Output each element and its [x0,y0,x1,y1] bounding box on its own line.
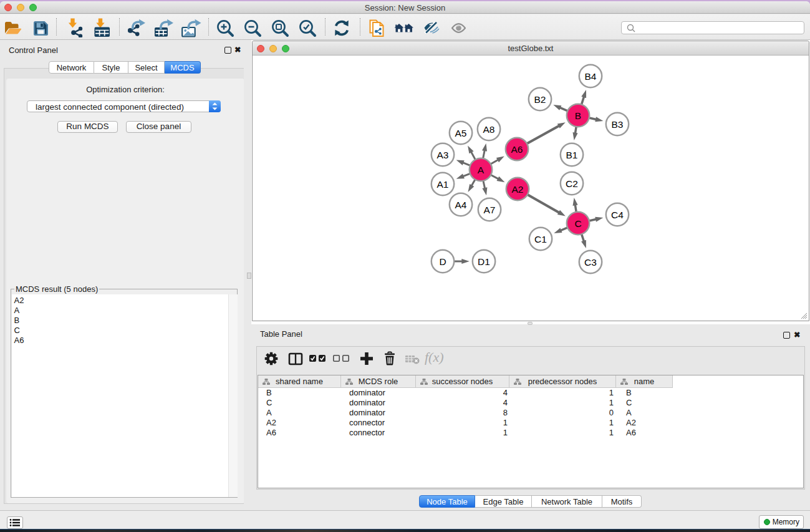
svg-text:D1: D1 [478,256,490,267]
svg-text:A1: A1 [437,179,449,190]
svg-text:A6: A6 [511,144,523,155]
svg-text:f(x): f(x) [425,351,444,365]
svg-text:D: D [439,256,446,267]
svg-text:A3: A3 [437,150,449,160]
svg-text:C3: C3 [584,257,597,268]
svg-text:C2: C2 [566,178,578,189]
svg-text:A8: A8 [483,124,495,135]
svg-text:B2: B2 [534,94,546,105]
svg-text:B1: B1 [566,150,578,160]
svg-text:A4: A4 [455,200,467,210]
svg-text:B: B [575,110,581,121]
svg-text:B3: B3 [612,119,624,130]
svg-text:B4: B4 [585,71,597,82]
svg-text:A2: A2 [512,184,524,195]
svg-text:A5: A5 [455,128,467,138]
svg-text:C4: C4 [611,210,624,220]
svg-text:A: A [478,165,485,175]
svg-text:A7: A7 [484,205,496,215]
svg-text:C: C [574,218,581,229]
svg-text:C1: C1 [534,234,547,244]
